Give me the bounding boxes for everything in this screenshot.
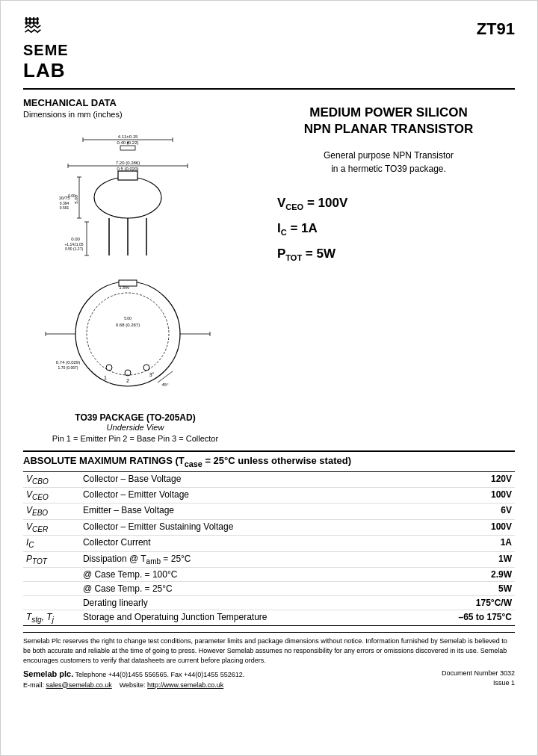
val-tstg: –65 to 175°C bbox=[430, 610, 515, 625]
table-row: @ Case Temp. = 100°C 2.9W bbox=[23, 567, 515, 581]
footer: Semelab Plc reserves the right to change… bbox=[23, 632, 515, 690]
footer-right: Document Number 3032 Issue 1 bbox=[442, 669, 515, 690]
footer-issue: Issue 1 bbox=[442, 678, 515, 688]
svg-text:1.5%: 1.5% bbox=[119, 285, 129, 290]
val-vebo: 6V bbox=[430, 504, 515, 519]
table-row: VCEO Collector – Emitter Voltage 100V bbox=[23, 487, 515, 503]
val-vceo: 100V bbox=[430, 487, 515, 503]
spec-vceo: VCEO = 100V bbox=[277, 194, 515, 214]
footer-left: Semelab plc. Telephone +44(0)1455 556565… bbox=[23, 669, 244, 690]
svg-point-38 bbox=[87, 293, 169, 375]
page: SEME LAB ZT91 MECHANICAL DATA Dimensions… bbox=[0, 0, 538, 756]
svg-text:▲: ▲ bbox=[126, 140, 130, 144]
right-column: MEDIUM POWER SILICON NPN PLANAR TRANSIST… bbox=[255, 97, 515, 443]
desc-ic: Collector Current bbox=[80, 536, 430, 551]
svg-text:10/75: 10/75 bbox=[58, 196, 70, 200]
table-row: VEBO Emitter – Base Voltage 6V bbox=[23, 504, 515, 519]
svg-text:0.74 (0.029): 0.74 (0.029) bbox=[56, 360, 80, 365]
table-row: @ Case Temp. = 25°C 5W bbox=[23, 581, 515, 595]
table-row: Derating linearly 175°C/W bbox=[23, 595, 515, 610]
desc-derating: Derating linearly bbox=[80, 595, 430, 610]
svg-text:2: 2 bbox=[126, 378, 129, 383]
footer-phone: Telephone +44(0)1455 556565. bbox=[75, 671, 169, 678]
spec-ic: IC = 1A bbox=[277, 220, 515, 239]
pin-info: Pin 1 = Emitter Pin 2 = Base Pin 3 = Col… bbox=[23, 434, 247, 443]
mech-subtitle: Dimensions in mm (inches) bbox=[23, 110, 247, 119]
sym-vcer: VCER bbox=[23, 519, 80, 535]
desc-vceo: Collector – Emitter Voltage bbox=[80, 487, 430, 503]
sym-ptot: PTOT bbox=[23, 551, 80, 567]
footer-email-label: E-mail: bbox=[23, 681, 44, 689]
val-ic: 1A bbox=[430, 536, 515, 551]
svg-text:4.11±0.15: 4.11±0.15 bbox=[118, 134, 138, 139]
package-subtitle: Underside View bbox=[23, 423, 247, 432]
svg-text:0.68 (0.267): 0.68 (0.267) bbox=[116, 323, 140, 327]
svg-rect-18 bbox=[94, 177, 161, 218]
mechanical-drawing: 4.11±0.15 0.40 (0.22) ▲ 7.20 (0.286) 0.5… bbox=[23, 125, 232, 409]
svg-text:5.00: 5.00 bbox=[124, 316, 132, 320]
desc-vcbo: Collector – Base Voltage bbox=[80, 472, 430, 488]
svg-text:1: 1 bbox=[104, 375, 107, 380]
product-description: General purpose NPN Transistor in a herm… bbox=[262, 149, 515, 176]
svg-point-40 bbox=[106, 365, 112, 371]
table-row: VCER Collector – Emitter Sustaining Volt… bbox=[23, 519, 515, 535]
val-case100: 2.9W bbox=[430, 567, 515, 581]
footer-website[interactable]: http://www.semelab.co.uk bbox=[147, 681, 223, 689]
main-content: MECHANICAL DATA Dimensions in mm (inches… bbox=[23, 97, 515, 443]
svg-point-37 bbox=[75, 282, 180, 386]
table-row: PTOT Dissipation @ Tamb = 25°C 1W bbox=[23, 551, 515, 567]
desc-vebo: Emitter – Base Voltage bbox=[80, 504, 430, 519]
svg-point-44 bbox=[143, 365, 149, 371]
footer-bottom: Semelab plc. Telephone +44(0)1455 556565… bbox=[23, 669, 515, 690]
desc-tstg: Storage and Operatuing Junction Temperat… bbox=[80, 610, 430, 625]
part-number: ZT91 bbox=[477, 16, 515, 39]
desc-case100: @ Case Temp. = 100°C bbox=[80, 567, 430, 581]
table-row: Tstg, Tj Storage and Operatuing Junction… bbox=[23, 610, 515, 625]
product-desc-line1: General purpose NPN Transistor bbox=[324, 150, 454, 161]
footer-email[interactable]: sales@semelab.co.uk bbox=[46, 681, 112, 689]
ratings-table: VCBO Collector – Base Voltage 120V VCEO … bbox=[23, 472, 515, 627]
footer-doc-number: Document Number 3032 bbox=[442, 669, 515, 678]
package-title: TO39 PACKAGE (TO-205AD) bbox=[23, 412, 247, 423]
svg-text:0.00: 0.00 bbox=[71, 237, 80, 241]
mech-title: MECHANICAL DATA bbox=[23, 97, 247, 108]
sym-ic: IC bbox=[23, 536, 80, 551]
val-vcer: 100V bbox=[430, 519, 515, 535]
logo-icon bbox=[23, 16, 61, 40]
ratings-header: ABSOLUTE MAXIMUM RATINGS (Tcase = 25°C u… bbox=[23, 452, 515, 472]
svg-rect-11 bbox=[120, 146, 135, 150]
spec-ptot: PTOT = 5W bbox=[277, 245, 515, 264]
left-column: MECHANICAL DATA Dimensions in mm (inches… bbox=[23, 97, 247, 443]
header: SEME LAB ZT91 bbox=[23, 16, 515, 90]
svg-text:3°: 3° bbox=[149, 372, 155, 377]
desc-case25: @ Case Temp. = 25°C bbox=[80, 581, 430, 595]
svg-text:0.591: 0.591 bbox=[60, 205, 69, 210]
logo-text: SEME LAB bbox=[23, 42, 69, 82]
specifications: VCEO = 100V IC = 1A PTOT = 5W bbox=[262, 194, 515, 264]
svg-line-56 bbox=[158, 371, 173, 382]
svg-text:1.70 (0.067): 1.70 (0.067) bbox=[58, 365, 78, 370]
footer-company: Semelab plc. bbox=[23, 669, 73, 678]
ratings-section: ABSOLUTE MAXIMUM RATINGS (Tcase = 25°C u… bbox=[23, 450, 515, 626]
sym-vceo: VCEO bbox=[23, 487, 80, 503]
table-row: IC Collector Current 1A bbox=[23, 536, 515, 551]
product-desc-line2: in a hermetic TO39 package. bbox=[331, 164, 446, 174]
package-info: TO39 PACKAGE (TO-205AD) Underside View P… bbox=[23, 412, 247, 443]
val-vcbo: 120V bbox=[430, 472, 515, 488]
val-ptot: 1W bbox=[430, 551, 515, 567]
sym-tstg: Tstg, Tj bbox=[23, 610, 80, 625]
val-derating: 175°C/W bbox=[430, 595, 515, 610]
footer-fax: Fax +44(0)1455 552612. bbox=[170, 671, 244, 678]
logo-area: SEME LAB bbox=[23, 16, 69, 82]
footer-disclaimer: Semelab Plc reserves the right to change… bbox=[23, 636, 515, 665]
table-row: VCBO Collector – Base Voltage 120V bbox=[23, 472, 515, 488]
product-title: MEDIUM POWER SILICON NPN PLANAR TRANSIST… bbox=[262, 105, 515, 137]
svg-text:7.20 (0.286): 7.20 (0.286) bbox=[116, 161, 140, 165]
svg-rect-19 bbox=[118, 171, 137, 180]
sym-vcbo: VCBO bbox=[23, 472, 80, 488]
sym-vebo: VEBO bbox=[23, 504, 80, 519]
desc-ptot: Dissipation @ Tamb = 25°C bbox=[80, 551, 430, 567]
svg-text:0.50 (1.27): 0.50 (1.27) bbox=[65, 247, 84, 251]
svg-text:0.5 (0.020): 0.5 (0.020) bbox=[117, 167, 138, 171]
val-case25: 5W bbox=[430, 581, 515, 595]
